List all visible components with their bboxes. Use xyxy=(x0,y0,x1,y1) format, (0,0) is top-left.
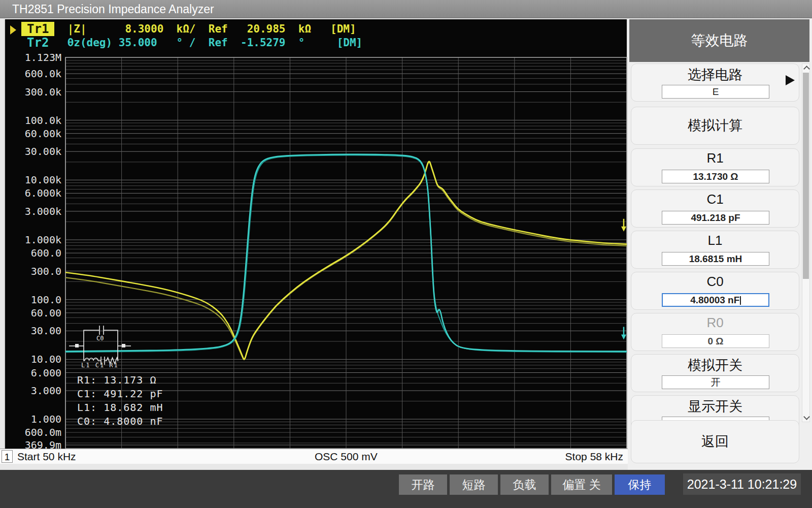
y-axis-tick-label: 300.0 xyxy=(31,265,61,277)
tr1-level-arrow xyxy=(621,219,626,232)
y-axis-tick-label: 100.0 xyxy=(31,294,61,306)
datetime-display: 2021-3-11 10:21:29 xyxy=(683,473,801,495)
param-label: L1 xyxy=(631,233,799,248)
scrollbar-thumb[interactable] xyxy=(803,73,809,279)
fit-annotation: L1: 18.682 mH xyxy=(77,401,163,414)
param-label: R0 xyxy=(631,315,799,331)
param-value-field[interactable]: 13.1730 Ω xyxy=(662,170,769,183)
equivalent-circuit-panel: 等效电路 选择电路 E 模拟计算 R113.1730 ΩC1491.218 pF… xyxy=(628,18,812,470)
param-button-r1[interactable]: R113.1730 Ω xyxy=(631,148,799,186)
bottom-button-4[interactable]: 保持 xyxy=(615,474,665,495)
y-axis-tick-label: 1.000 xyxy=(31,413,61,425)
title-bar: TH2851 Precision Impedance Analyzer xyxy=(0,0,812,18)
param-label: C1 xyxy=(631,192,799,207)
y-axis-tick-label: 30.00k xyxy=(25,145,61,157)
param-button-r0[interactable]: R00 Ω xyxy=(631,313,799,351)
fit-annotation: R1: 13.173 Ω xyxy=(77,374,157,386)
scroll-up-icon[interactable] xyxy=(803,66,810,72)
param-value-field[interactable]: 0 Ω xyxy=(662,334,769,348)
param-button-c1[interactable]: C1491.218 pF xyxy=(631,189,799,228)
bottom-button-0[interactable]: 开路 xyxy=(399,474,447,495)
param-label: 显示开关 xyxy=(631,397,799,416)
tr2-level-arrow xyxy=(621,327,626,339)
y-axis-tick-label: 3.000k xyxy=(25,205,61,217)
param-value-field[interactable]: 18.6815 mH xyxy=(662,252,769,266)
param-button-c0[interactable]: C04.80003 nF xyxy=(631,272,799,310)
y-axis-tick-label: 30.00 xyxy=(31,325,61,337)
app-title: TH2851 Precision Impedance Analyzer xyxy=(12,3,214,16)
y-axis-tick-label: 6.000 xyxy=(31,367,61,379)
param-value-field[interactable]: 4.80003 nF xyxy=(662,293,769,307)
param-value-field[interactable]: 491.218 pF xyxy=(662,211,769,225)
bottom-button-1[interactable]: 短路 xyxy=(450,474,498,495)
sweep-start-label: Start 50 kHz xyxy=(17,450,76,464)
y-axis-tick-label: 10.00k xyxy=(25,174,61,186)
param-label: 模拟开关 xyxy=(631,356,799,374)
text-caret xyxy=(740,296,741,305)
bottom-button-2[interactable]: 负载 xyxy=(500,474,549,495)
sweep-stop-label: Stop 58 kHz xyxy=(565,450,623,464)
y-axis-tick-label: 600.0m xyxy=(25,426,61,438)
param-label: R1 xyxy=(631,150,799,166)
y-axis-tick-label: 600.0 xyxy=(31,247,61,259)
submenu-arrow-icon xyxy=(786,75,795,85)
param-button-l1[interactable]: L118.6815 mH xyxy=(631,231,799,269)
param-button-switch-5[interactable]: 模拟开关开 xyxy=(631,354,799,392)
y-axis-tick-label: 10.00 xyxy=(31,353,61,365)
y-axis-tick-label: 600.0k xyxy=(25,68,61,80)
fit-annotation: C0: 4.8000 nF xyxy=(77,415,163,427)
channel-indicator: 1 xyxy=(2,450,13,463)
simulate-calc-label: 模拟计算 xyxy=(631,107,799,144)
scroll-down-icon[interactable] xyxy=(803,414,810,420)
select-circuit-value[interactable]: E xyxy=(662,85,769,99)
y-axis-tick-label: 60.00 xyxy=(31,307,61,319)
select-circuit-label: 选择电路 xyxy=(631,66,799,84)
y-axis-tick-label: 1.000k xyxy=(25,234,61,246)
impedance-chart: 1.123M600.0k300.0k100.0k60.00k30.00k10.0… xyxy=(5,19,628,449)
y-axis-tick-label: 369.9m xyxy=(25,439,61,449)
param-value-field[interactable]: 开 xyxy=(662,375,769,389)
fit-annotation: C1: 491.22 pF xyxy=(77,388,163,400)
bottom-bar: 开路短路负载偏置 关保持 2021-3-11 10:21:29 xyxy=(0,470,812,508)
circuit-label-c0: C0 xyxy=(96,335,104,342)
simulate-calc-button[interactable]: 模拟计算 xyxy=(631,107,799,145)
bottom-button-3[interactable]: 偏置 关 xyxy=(551,474,612,495)
circuit-label-l1c1r1: L1 C1 R1 xyxy=(81,362,119,369)
instrument-display: Tr1 |Z| 8.3000 kΩ/ Ref 20.985 kΩ [DM] Tr… xyxy=(4,19,627,449)
y-axis-tick-label: 100.0k xyxy=(25,114,61,126)
param-label: C0 xyxy=(631,274,799,290)
osc-level-label: OSC 500 mV xyxy=(315,450,378,464)
back-button[interactable]: 返回 xyxy=(631,420,799,463)
select-circuit-button[interactable]: 选择电路 E xyxy=(631,64,799,102)
y-axis-tick-label: 60.00k xyxy=(25,128,61,140)
sweep-status-bar: 1 Start 50 kHz OSC 500 mV Stop 58 kHz xyxy=(0,449,628,464)
y-axis-tick-label: 300.0k xyxy=(25,86,61,98)
y-axis-tick-label: 1.123M xyxy=(25,51,61,64)
y-axis-tick-label: 3.000 xyxy=(31,385,61,397)
y-axis-tick-label: 6.000k xyxy=(25,187,61,199)
panel-header: 等效电路 xyxy=(629,19,809,62)
panel-scrollbar[interactable] xyxy=(802,64,810,422)
back-label: 返回 xyxy=(631,421,799,463)
